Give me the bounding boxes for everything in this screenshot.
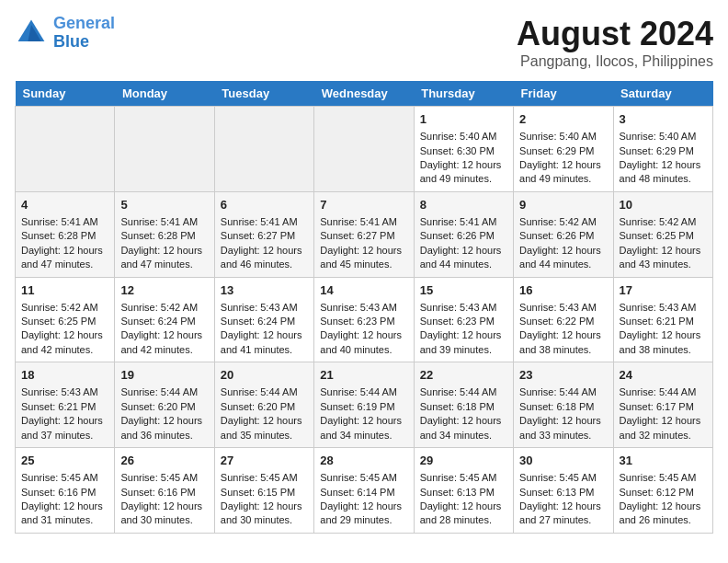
day-number: 22 (420, 367, 507, 384)
sunrise-text: Sunrise: 5:42 AM (519, 216, 597, 227)
sunset-text: Sunset: 6:12 PM (620, 487, 694, 498)
daylight-text: Daylight: 12 hours and 44 minutes. (519, 245, 601, 270)
calendar-week-1: 1Sunrise: 5:40 AMSunset: 6:30 PMDaylight… (16, 107, 713, 192)
main-title: August 2024 (517, 15, 713, 53)
header-monday: Monday (115, 81, 214, 107)
daylight-text: Daylight: 12 hours and 33 minutes. (519, 415, 601, 440)
sunset-text: Sunset: 6:25 PM (21, 316, 96, 327)
daylight-text: Daylight: 12 hours and 42 minutes. (21, 329, 103, 354)
daylight-text: Daylight: 12 hours and 41 minutes. (221, 329, 302, 354)
logo-icon (15, 17, 48, 50)
calendar-cell: 23Sunrise: 5:44 AMSunset: 6:18 PMDayligh… (514, 362, 613, 448)
calendar-cell: 19Sunrise: 5:44 AMSunset: 6:20 PMDayligh… (115, 362, 214, 448)
daylight-text: Daylight: 12 hours and 46 minutes. (221, 245, 302, 270)
day-number: 21 (320, 367, 407, 384)
day-number: 5 (120, 197, 208, 213)
sunset-text: Sunset: 6:13 PM (519, 487, 594, 498)
day-number: 29 (420, 453, 507, 469)
sunrise-text: Sunrise: 5:44 AM (519, 386, 597, 397)
sunrise-text: Sunrise: 5:44 AM (221, 386, 298, 397)
sunrise-text: Sunrise: 5:42 AM (620, 216, 697, 227)
sunrise-text: Sunrise: 5:41 AM (120, 216, 198, 227)
daylight-text: Daylight: 12 hours and 45 minutes. (320, 245, 402, 270)
subtitle: Pangpang, Ilocos, Philippines (517, 53, 713, 70)
sunrise-text: Sunrise: 5:45 AM (519, 472, 597, 483)
sunrise-text: Sunrise: 5:45 AM (420, 472, 497, 483)
calendar-cell: 24Sunrise: 5:44 AMSunset: 6:17 PMDayligh… (613, 362, 712, 448)
sunrise-text: Sunrise: 5:41 AM (21, 216, 98, 227)
daylight-text: Daylight: 12 hours and 39 minutes. (420, 329, 502, 354)
sunrise-text: Sunrise: 5:45 AM (120, 472, 198, 483)
sunset-text: Sunset: 6:28 PM (120, 230, 195, 241)
calendar-cell: 4Sunrise: 5:41 AMSunset: 6:28 PMDaylight… (16, 191, 115, 277)
daylight-text: Daylight: 12 hours and 47 minutes. (21, 245, 103, 270)
calendar-cell (214, 107, 313, 192)
day-number: 20 (221, 367, 308, 384)
calendar-cell: 21Sunrise: 5:44 AMSunset: 6:19 PMDayligh… (314, 362, 414, 448)
calendar-cell: 3Sunrise: 5:40 AMSunset: 6:29 PMDaylight… (613, 107, 712, 192)
daylight-text: Daylight: 12 hours and 28 minutes. (420, 500, 502, 525)
calendar-cell: 13Sunrise: 5:43 AMSunset: 6:24 PMDayligh… (214, 277, 313, 362)
sunset-text: Sunset: 6:26 PM (420, 230, 495, 241)
header-thursday: Thursday (414, 81, 513, 107)
sunset-text: Sunset: 6:28 PM (21, 230, 96, 241)
day-number: 25 (21, 453, 108, 469)
day-number: 14 (320, 282, 407, 299)
logo-text: General Blue (53, 15, 115, 52)
calendar-cell: 27Sunrise: 5:45 AMSunset: 6:15 PMDayligh… (214, 448, 313, 534)
sunset-text: Sunset: 6:15 PM (221, 487, 295, 498)
title-area: August 2024 Pangpang, Ilocos, Philippine… (517, 15, 713, 70)
day-number: 23 (519, 367, 607, 384)
header-wednesday: Wednesday (314, 81, 414, 107)
day-number: 6 (221, 197, 308, 213)
day-number: 16 (519, 282, 607, 299)
sunset-text: Sunset: 6:23 PM (420, 316, 495, 327)
daylight-text: Daylight: 12 hours and 38 minutes. (519, 329, 601, 354)
day-number: 18 (21, 367, 108, 384)
calendar-cell: 6Sunrise: 5:41 AMSunset: 6:27 PMDaylight… (214, 191, 313, 277)
day-number: 24 (620, 367, 707, 384)
header: General Blue August 2024 Pangpang, Iloco… (15, 15, 713, 70)
daylight-text: Daylight: 12 hours and 48 minutes. (620, 159, 701, 184)
daylight-text: Daylight: 12 hours and 34 minutes. (320, 415, 402, 440)
day-number: 19 (120, 367, 208, 384)
day-number: 8 (420, 197, 507, 213)
sunrise-text: Sunrise: 5:44 AM (420, 386, 497, 397)
calendar-week-2: 4Sunrise: 5:41 AMSunset: 6:28 PMDaylight… (16, 191, 713, 277)
sunrise-text: Sunrise: 5:40 AM (620, 131, 697, 142)
daylight-text: Daylight: 12 hours and 47 minutes. (120, 245, 202, 270)
day-number: 4 (21, 197, 108, 213)
day-number: 11 (21, 282, 108, 299)
day-number: 13 (221, 282, 308, 299)
sunrise-text: Sunrise: 5:43 AM (221, 302, 298, 313)
day-number: 15 (420, 282, 507, 299)
sunset-text: Sunset: 6:29 PM (620, 145, 694, 156)
day-number: 10 (620, 197, 707, 213)
calendar-week-3: 11Sunrise: 5:42 AMSunset: 6:25 PMDayligh… (16, 277, 713, 362)
day-number: 9 (519, 197, 607, 213)
sunset-text: Sunset: 6:14 PM (320, 487, 394, 498)
header-tuesday: Tuesday (214, 81, 313, 107)
sunset-text: Sunset: 6:24 PM (120, 316, 195, 327)
sunrise-text: Sunrise: 5:40 AM (420, 131, 497, 142)
sunrise-text: Sunrise: 5:44 AM (120, 386, 198, 397)
sunset-text: Sunset: 6:19 PM (320, 401, 394, 412)
calendar-cell (115, 107, 214, 192)
calendar-cell: 16Sunrise: 5:43 AMSunset: 6:22 PMDayligh… (514, 277, 613, 362)
logo-line2: Blue (53, 32, 89, 51)
calendar-week-5: 25Sunrise: 5:45 AMSunset: 6:16 PMDayligh… (16, 448, 713, 534)
calendar-cell: 15Sunrise: 5:43 AMSunset: 6:23 PMDayligh… (414, 277, 513, 362)
logo: General Blue (15, 15, 115, 52)
header-saturday: Saturday (613, 81, 712, 107)
calendar-cell: 2Sunrise: 5:40 AMSunset: 6:29 PMDaylight… (514, 107, 613, 192)
sunrise-text: Sunrise: 5:44 AM (620, 386, 697, 397)
sunrise-text: Sunrise: 5:43 AM (620, 302, 697, 313)
calendar-header-row: SundayMondayTuesdayWednesdayThursdayFrid… (16, 81, 713, 107)
calendar-cell: 18Sunrise: 5:43 AMSunset: 6:21 PMDayligh… (16, 362, 115, 448)
sunset-text: Sunset: 6:27 PM (320, 230, 394, 241)
sunrise-text: Sunrise: 5:43 AM (21, 386, 98, 397)
daylight-text: Daylight: 12 hours and 49 minutes. (519, 159, 601, 184)
calendar-week-4: 18Sunrise: 5:43 AMSunset: 6:21 PMDayligh… (16, 362, 713, 448)
daylight-text: Daylight: 12 hours and 37 minutes. (21, 415, 103, 440)
calendar-cell: 10Sunrise: 5:42 AMSunset: 6:25 PMDayligh… (613, 191, 712, 277)
